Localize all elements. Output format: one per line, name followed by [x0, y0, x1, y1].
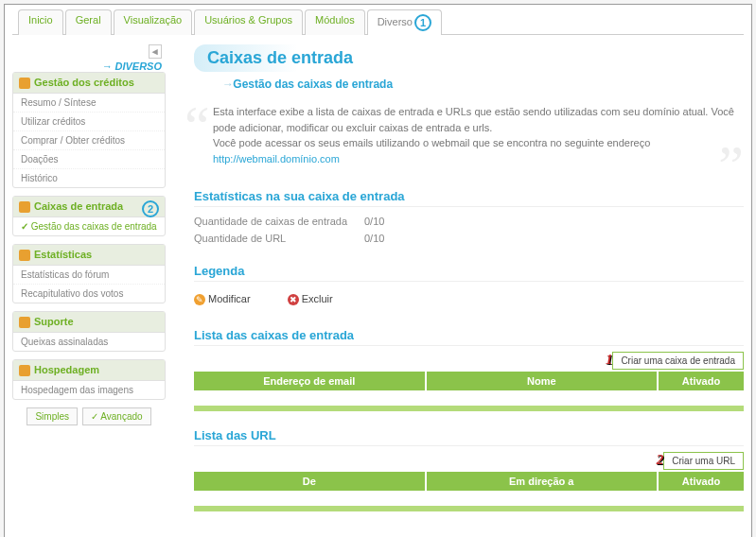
- top-tabs: InicioGeralVisualizaçãoUsuários & Grupos…: [12, 9, 744, 35]
- sidebar-item[interactable]: Queixas assinaladas: [13, 333, 165, 351]
- webmail-link[interactable]: http://webmail.domínio.com: [213, 153, 340, 165]
- panel-icon: [19, 201, 30, 213]
- mode-advanced-button[interactable]: Avançado: [82, 407, 151, 425]
- sidebar-collapse-icon[interactable]: ◂: [149, 44, 162, 59]
- page-title: Caixas de entrada: [194, 44, 366, 72]
- main-content: Caixas de entrada Gestão das caixas de e…: [166, 44, 744, 528]
- tab-usu-rios-grupos[interactable]: Usuários & Grupos: [194, 9, 303, 35]
- tab-diverso[interactable]: Diverso1: [367, 9, 442, 35]
- sidebar-panel-3: SuporteQueixas assinaladas: [12, 311, 166, 352]
- sidebar: ◂ → DIVERSO Gestão dos créditosResumo / …: [12, 44, 166, 528]
- sidebar-panel-0: Gestão dos créditosResumo / SínteseUtili…: [12, 72, 166, 188]
- tab-geral[interactable]: Geral: [65, 9, 112, 35]
- sidebar-panel-header: Suporte: [13, 312, 165, 333]
- sidebar-item[interactable]: Resumo / Síntese: [13, 94, 165, 113]
- tab-visualiza-o[interactable]: Visualização: [114, 9, 193, 35]
- sidebar-panel-1: Caixas de entrada2Gestão das caixas de e…: [12, 196, 166, 236]
- sidebar-annotation-2: 2: [142, 200, 159, 217]
- url-list-section: Lista das URL 2 Criar uma URL De Em dire…: [194, 428, 744, 511]
- legend-modify: ✎Modificar: [194, 293, 268, 304]
- sidebar-item[interactable]: Estatísticas do fórum: [13, 266, 165, 285]
- tab-inicio[interactable]: Inicio: [18, 9, 63, 35]
- delete-icon: ✖: [288, 294, 299, 305]
- mode-simple-button[interactable]: Simples: [26, 407, 78, 425]
- sidebar-item[interactable]: Utilizar créditos: [13, 113, 165, 131]
- stats-section: Estatísticas na sua caixa de entrada Qua…: [194, 189, 744, 247]
- sidebar-context-label: DIVERSO: [114, 61, 162, 72]
- page-subtitle: Gestão das caixas de entrada: [222, 78, 744, 91]
- legend-section: Legenda ✎Modificar ✖Excluir: [194, 264, 744, 311]
- legend-delete: ✖Excluir: [288, 293, 350, 304]
- stats-heading: Estatísticas na sua caixa de entrada: [194, 189, 744, 207]
- mode-switch: Simples Avançado: [12, 407, 166, 425]
- tab-annotation-1: 1: [414, 14, 431, 31]
- sidebar-panel-header: Caixas de entrada2: [13, 197, 165, 217]
- sidebar-panel-header: Estatísticas: [13, 245, 165, 266]
- tab-m-dulos[interactable]: Módulos: [305, 9, 365, 35]
- url-list-heading: Lista das URL: [194, 428, 744, 446]
- create-url-button[interactable]: Criar uma URL: [663, 452, 744, 470]
- intro-text: “ Esta interface exibe a lista de caixas…: [194, 104, 744, 180]
- sidebar-panel-header: Hospedagem: [13, 360, 165, 381]
- legend-heading: Legenda: [194, 264, 744, 282]
- sidebar-panel-4: HospedagemHospedagem das imagens: [12, 359, 166, 400]
- annotation-2: 2: [657, 452, 664, 468]
- sidebar-item[interactable]: Hospedagem das imagens: [13, 381, 165, 399]
- panel-icon: [19, 250, 30, 261]
- sidebar-panel-2: EstatísticasEstatísticas do fórumRecapit…: [12, 244, 166, 303]
- pencil-icon: ✎: [194, 294, 205, 305]
- sidebar-item[interactable]: Doações: [13, 150, 165, 169]
- sidebar-item[interactable]: Histórico: [13, 169, 165, 187]
- create-inbox-button[interactable]: Criar uma caixa de entrada: [612, 352, 744, 370]
- url-table-header: De Em direção a Ativado: [194, 472, 744, 491]
- panel-icon: [19, 365, 30, 376]
- sidebar-panel-header: Gestão dos créditos: [13, 73, 165, 94]
- sidebar-item[interactable]: Recapitulativo dos votos: [13, 285, 165, 303]
- sidebar-item[interactable]: Comprar / Obter créditos: [13, 131, 165, 150]
- sidebar-item[interactable]: Gestão das caixas de entrada: [13, 217, 165, 235]
- annotation-1: 1: [606, 352, 613, 368]
- panel-icon: [19, 78, 30, 89]
- panel-icon: [19, 317, 30, 328]
- inbox-list-heading: Lista das caixas de entrada: [194, 328, 744, 346]
- inbox-table-header: Endereço de email Nome Ativado: [194, 372, 744, 390]
- inbox-list-section: Lista das caixas de entrada 1 Criar uma …: [194, 328, 744, 411]
